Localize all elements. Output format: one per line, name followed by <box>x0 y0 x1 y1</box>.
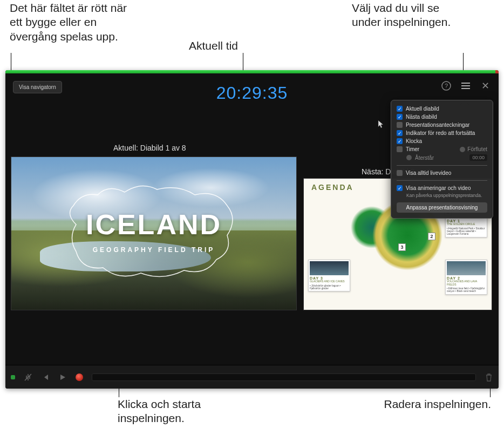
agenda-card-day2: DAY 2 VOLCANOES AND LAVA FIELDS • Eldhra… <box>445 260 487 295</box>
display-options-icon[interactable] <box>461 81 471 91</box>
option-label: Presentationsanteckningar <box>406 122 469 128</box>
option-label: Klocka <box>406 138 422 144</box>
divider <box>397 165 487 166</box>
option-label: Visa animeringar och video <box>406 185 471 191</box>
checkbox-on-icon: ✓ <box>397 130 403 136</box>
slide-title: ICELAND <box>11 208 296 241</box>
top-controls: Visa navigatorn 20:29:35 ? ✕ <box>5 73 499 100</box>
timer-value: 00:00 <box>469 154 487 161</box>
card-caption: THE GOLDEN CIRCLE <box>447 223 486 226</box>
checkbox-off-icon <box>397 146 403 152</box>
recording-timeline[interactable] <box>92 373 476 381</box>
option-ready-indicator[interactable]: ✓ Indikator för redo att fortsätta <box>397 129 487 137</box>
option-clock[interactable]: ✓ Klocka <box>397 137 487 145</box>
option-presenter-notes[interactable]: Presentationsanteckningar <box>397 121 487 129</box>
show-navigator-button[interactable]: Visa navigatorn <box>13 81 62 93</box>
option-next-slide[interactable]: ✓ Nästa diabild <box>397 113 487 121</box>
option-note: Kan påverka uppspelningsprestanda. <box>397 193 487 198</box>
agenda-card-day3: DAY 3 GLACIERS AND ICE CAVES • Jökulsárl… <box>308 260 350 291</box>
radio-label: Förflutet <box>467 146 487 152</box>
checkbox-on-icon: ✓ <box>397 138 403 144</box>
option-live-video[interactable]: Visa alltid livevideo <box>397 169 487 177</box>
display-options-popover: ✓ Aktuell diabild ✓ Nästa diabild Presen… <box>391 100 493 219</box>
card-text: • Eldhraun lava field • Fjaðrárgljúfur c… <box>447 287 486 293</box>
mute-icon[interactable] <box>24 373 32 382</box>
agenda-title: AGENDA <box>311 183 354 192</box>
previous-icon[interactable] <box>41 373 50 382</box>
option-label: Nästa diabild <box>406 114 437 120</box>
close-icon[interactable]: ✕ <box>480 81 490 91</box>
card-caption: GLACIERS AND ICE CAVES <box>310 280 349 283</box>
recording-toolbar <box>5 365 499 389</box>
option-timer[interactable]: Timer Förflutet <box>397 145 487 153</box>
slide-subtitle: GEOGRAPHY FIELD TRIP <box>11 246 296 254</box>
callout-top-mid: Aktuell tid <box>189 39 238 53</box>
checkbox-off-icon <box>397 170 403 176</box>
help-icon[interactable]: ? <box>441 81 451 91</box>
callout-top-left: Det här fältet är rött när ett bygge ell… <box>10 1 139 44</box>
option-label: Indikator för redo att fortsätta <box>406 130 475 136</box>
callout-line <box>11 53 11 71</box>
option-show-animations[interactable]: ✓ Visa animeringar och video <box>397 184 487 192</box>
option-timer-remaining[interactable]: Återstår 00:00 <box>397 153 487 162</box>
card-text: • Þingvellir National Park • Strokkur Ge… <box>447 227 486 236</box>
option-label: Timer <box>406 146 419 152</box>
checkbox-on-icon: ✓ <box>397 185 403 191</box>
checkbox-on-icon: ✓ <box>397 114 403 120</box>
divider <box>397 180 487 181</box>
checkbox-off-icon <box>397 122 403 128</box>
callout-bottom-right: Radera inspelningen. <box>351 397 491 411</box>
customize-presenter-display-button[interactable]: Anpassa presentationsvisning <box>397 202 487 213</box>
map-pin-3: 3 <box>398 243 406 251</box>
cursor-pointer <box>378 120 384 128</box>
callout-top-right: Välj vad du vill se under inspelningen. <box>352 1 460 30</box>
card-image <box>447 261 486 275</box>
option-label: Aktuell diabild <box>406 106 439 112</box>
current-slide-label: Aktuell: Diabild 1 av 8 <box>113 144 186 152</box>
card-text: • Jökulsárlón glacier lagoon • Fjallsárl… <box>310 284 349 290</box>
option-current-slide[interactable]: ✓ Aktuell diabild <box>397 105 487 113</box>
play-icon[interactable] <box>58 373 67 382</box>
presenter-recording-window: Visa navigatorn 20:29:35 ? ✕ ✓ Aktuell d… <box>5 70 499 389</box>
svg-text:?: ? <box>445 83 448 89</box>
card-image <box>310 261 349 275</box>
status-indicator <box>11 375 15 379</box>
radio-icon[interactable] <box>406 155 412 160</box>
checkbox-on-icon: ✓ <box>397 106 403 112</box>
callout-bottom-left: Klicka och starta inspelningen. <box>118 397 242 426</box>
agenda-card-day1: DAY 1 THE GOLDEN CIRCLE • Þingvellir Nat… <box>445 218 487 237</box>
option-label: Visa alltid livevideo <box>406 170 451 176</box>
trash-icon[interactable] <box>485 373 493 382</box>
card-caption: VOLCANOES AND LAVA FIELDS <box>447 280 486 286</box>
clock-display: 20:29:35 <box>216 83 288 103</box>
radio-icon[interactable] <box>460 147 465 152</box>
map-pin-2: 2 <box>428 233 435 240</box>
record-button[interactable] <box>76 373 83 381</box>
top-right-icons: ? ✕ <box>441 81 490 91</box>
current-slide-preview: ICELAND GEOGRAPHY FIELD TRIP <box>11 157 297 310</box>
radio-label: Återstår <box>415 155 434 161</box>
